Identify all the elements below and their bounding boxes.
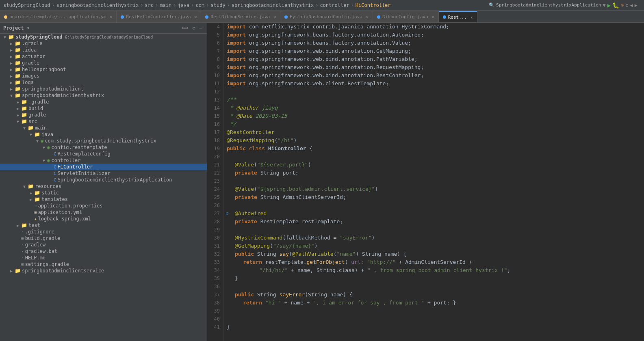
- kw-import-7: import: [227, 47, 249, 55]
- tree-item-config-pkg[interactable]: ▼ ◉ config.resttemplate: [0, 144, 207, 151]
- pkg-9: org.springframework.web.bind.annotation.: [249, 63, 376, 71]
- tree-label-logs: logs: [22, 80, 34, 85]
- line-num-36: 36: [210, 283, 220, 291]
- tree-item-build[interactable]: ▶ 📁 build: [0, 105, 207, 112]
- tree-item-hellospringboot[interactable]: ▶ 📁 hellospringboot: [0, 66, 207, 73]
- tree-item-controller-pkg[interactable]: ▼ ◉ controller: [0, 157, 207, 164]
- line-num-34: 34: [210, 266, 220, 274]
- code-line-13: /**: [227, 96, 641, 104]
- toolbar-forward[interactable]: ▶: [635, 2, 637, 8]
- run-button[interactable]: ▶: [607, 2, 611, 9]
- kw-import-10: import: [227, 71, 249, 80]
- breadcrumb-com[interactable]: com: [196, 2, 205, 8]
- type-string-32: String: [257, 250, 280, 258]
- sidebar-close-btn[interactable]: —: [198, 24, 204, 32]
- tab-yml[interactable]: boardresttemplate/....application.ym ✕: [0, 11, 117, 22]
- type-string-22: String: [260, 169, 283, 177]
- tree-item-gradlew-bat[interactable]: · gradlew.bat: [0, 248, 207, 255]
- tab-close-hi-controller[interactable]: ✕: [471, 15, 473, 19]
- tree-item-gradlew[interactable]: · gradlew: [0, 242, 207, 248]
- line-num-6: 6: [210, 39, 220, 47]
- arrow-test: ▶: [15, 223, 21, 228]
- code-content[interactable]: import com.netflix.hystrix.contrib.javan…: [223, 23, 644, 341]
- type-string-param: String: [308, 291, 330, 299]
- breadcrumb-main[interactable]: main: [160, 2, 171, 8]
- tree-item-gradle-sub[interactable]: ▶ 📁 .gradle: [0, 99, 207, 105]
- tree-item-test[interactable]: ▶ 📁 test: [0, 222, 207, 229]
- breadcrumb-controller[interactable]: controller: [320, 2, 349, 8]
- tree-item-java[interactable]: ▼ 📁 java: [0, 131, 207, 138]
- tree-label-build: build: [28, 106, 43, 111]
- folder-icon-templates: 📁: [34, 196, 40, 202]
- gutter-icon-27[interactable]: ⊙: [226, 209, 228, 218]
- line-num-39: 39: [210, 307, 220, 315]
- tree-item-gradle2[interactable]: ▶ 📁 gradle: [0, 60, 207, 66]
- tree-item-logs[interactable]: ▶ 📁 logs: [0, 79, 207, 86]
- breadcrumb-pkg[interactable]: springbootadminclienthystrix: [232, 2, 314, 8]
- tree-item-gradle1[interactable]: ▶ 📁 .gradle: [0, 40, 207, 47]
- tree-item-root[interactable]: ▼ 📁 studySpringCloud G:\studySpringCloud…: [0, 34, 207, 40]
- tree-item-hi-controller[interactable]: C HiController: [0, 164, 207, 170]
- breadcrumb-java[interactable]: java: [178, 2, 189, 8]
- tree-item-static[interactable]: ▶ 📁 static: [0, 190, 207, 196]
- search-icon[interactable]: 🔍: [489, 2, 494, 8]
- tree-item-idea[interactable]: ▶ 📁 .idea: [0, 47, 207, 53]
- tree-item-src[interactable]: ▼ 📁 src: [0, 118, 207, 125]
- annotation-autowired: @Autowired: [235, 209, 267, 218]
- tree-item-templates[interactable]: ▶ 📁 templates: [0, 196, 207, 203]
- tab-close-hystrix-config[interactable]: ✕: [366, 15, 369, 19]
- run-config-dropdown[interactable]: ▼: [603, 2, 605, 8]
- tree-item-gradle-sub2[interactable]: ▶ 📁 gradle: [0, 112, 207, 118]
- tree-item-app-yml[interactable]: ≋ application.yml: [0, 209, 207, 216]
- tab-ribbon-config[interactable]: RibbonConfig.java ✕: [373, 11, 439, 22]
- project-tree: ▼ 📁 studySpringCloud G:\studySpringCloud…: [0, 34, 207, 274]
- tree-item-main[interactable]: ▼ 📁 main: [0, 125, 207, 131]
- tab-close-rest-hello[interactable]: ✕: [194, 15, 197, 19]
- tree-item-settings-gradle[interactable]: ≡ settings.gradle: [0, 261, 207, 268]
- tree-item-app-props[interactable]: ≡ application.properties: [0, 203, 207, 209]
- tab-close-ribbon-config[interactable]: ✕: [432, 15, 434, 19]
- tab-label-ribbon-config: RibbonConfig.java: [382, 14, 428, 19]
- tree-item-logback[interactable]: ✦ logback-spring.xml: [0, 216, 207, 222]
- tree-item-actuator[interactable]: ▶ 📁 actuator: [0, 53, 207, 60]
- tree-item-app[interactable]: C SpringbootadminclienthystrixApplicatio…: [0, 177, 207, 183]
- toolbar-settings[interactable]: ⚙: [625, 2, 628, 8]
- tree-item-servlet-initializer[interactable]: C ServletInitializer: [0, 170, 207, 177]
- tab-hystrix-config[interactable]: HystrixDashboardConfig.java ✕: [280, 11, 373, 22]
- yml-icon: ≋: [34, 210, 37, 215]
- tab-label-hystrix-config: HystrixDashboardConfig.java: [290, 14, 362, 19]
- toolbar-back[interactable]: ◀: [630, 2, 633, 8]
- sidebar-gear-btn[interactable]: ⚙: [191, 24, 197, 32]
- tree-item-adminclient[interactable]: ▶ 📁 springbootadminclient: [0, 86, 207, 92]
- tab-close-ribbon-service[interactable]: ✕: [273, 15, 276, 19]
- sidebar-expand-btn[interactable]: ⟺: [180, 24, 190, 32]
- tree-item-gitignore[interactable]: · .gitignore: [0, 229, 207, 235]
- folder-icon-static: 📁: [34, 190, 40, 196]
- tree-item-help-md[interactable]: · HELP.md: [0, 255, 207, 261]
- tab-hi-controller[interactable]: Rest... ✕: [439, 11, 477, 22]
- tree-item-build-gradle[interactable]: ≡ build.gradle: [0, 235, 207, 242]
- tree-item-resources[interactable]: ▼ 📁 resources: [0, 183, 207, 190]
- tree-item-adminclienthystrix[interactable]: ▼ 📁 springbootadminclienthystrix: [0, 92, 207, 99]
- code-line-21: @Value("${server.port}"): [227, 161, 641, 169]
- kw-import-4: import: [227, 23, 249, 31]
- line-num-38: 38: [210, 299, 220, 307]
- coverage-button[interactable]: ⊙: [621, 2, 624, 8]
- tree-item-pkg[interactable]: ▼ ◉ com.study.springbootadminclienthystr…: [0, 138, 207, 144]
- kw-public-37: public: [235, 291, 257, 299]
- breadcrumb-src[interactable]: src: [145, 2, 154, 8]
- debug-button[interactable]: 🐛: [612, 2, 619, 9]
- line-num-5: 5: [210, 31, 220, 39]
- tab-rest-hello[interactable]: RestHelloController.java ✕: [117, 11, 201, 22]
- tree-label-logback: logback-spring.xml: [38, 216, 91, 222]
- breadcrumb-study[interactable]: study: [210, 2, 225, 8]
- tab-close-yml[interactable]: ✕: [110, 15, 112, 19]
- tree-item-rest-template-config[interactable]: C RestTemplateConfig: [0, 151, 207, 157]
- tab-ribbon-service[interactable]: RestRibbonService.java ✕: [201, 11, 280, 22]
- breadcrumb-file[interactable]: HiController: [356, 2, 391, 8]
- breadcrumb-root[interactable]: studySpringCloud: [3, 2, 50, 8]
- code-container[interactable]: 4 5 6 7 8 9 10 11 12 13 14 15 16 17 18 1…: [207, 23, 644, 341]
- tree-item-adminclientservice[interactable]: ▶ 📁 springbootadminclientservice: [0, 268, 207, 274]
- breadcrumb-module[interactable]: springbootadminclienthystrix: [56, 2, 139, 8]
- tree-item-images[interactable]: ▶ 📁 images: [0, 73, 207, 79]
